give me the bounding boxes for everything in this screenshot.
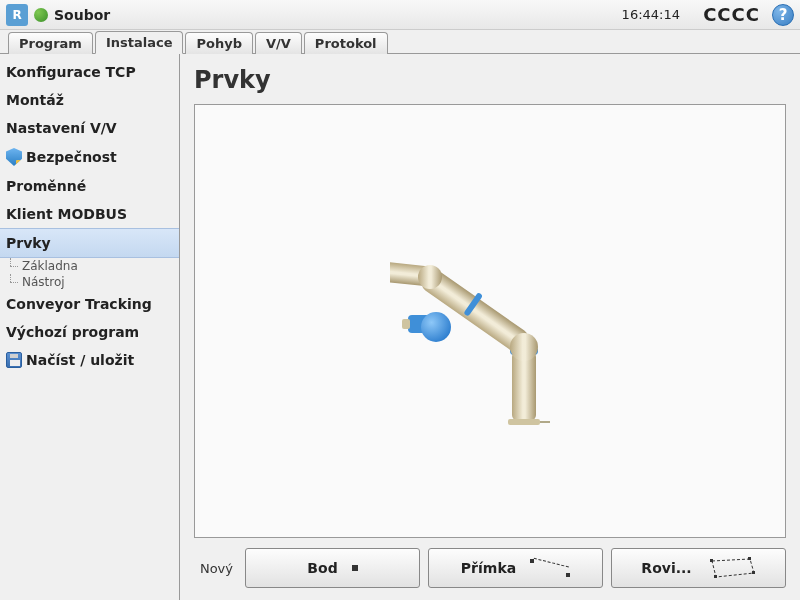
robot-arm-icon <box>390 201 590 441</box>
main-area: Konfigurace TCP Montáž Nastavení V/V Bez… <box>0 54 800 600</box>
file-menu[interactable]: Soubor <box>54 7 110 23</box>
sidebar-item-modbus[interactable]: Klient MODBUS <box>0 200 179 228</box>
sidebar-item-label: Načíst / uložit <box>26 352 134 368</box>
tab-pohyb[interactable]: Pohyb <box>185 32 253 54</box>
button-label: Bod <box>307 560 337 576</box>
svg-point-7 <box>418 265 442 289</box>
sidebar-item-montaz[interactable]: Montáž <box>0 86 179 114</box>
svg-rect-16 <box>714 575 717 578</box>
sidebar-item-label: Bezpečnost <box>26 149 117 165</box>
svg-rect-9 <box>402 319 410 329</box>
button-label: Přímka <box>461 560 516 576</box>
line-icon <box>530 560 570 576</box>
sidebar-item-promenne[interactable]: Proměnné <box>0 172 179 200</box>
sidebar-sub-zakladna[interactable]: Základna <box>0 258 179 274</box>
app-logo: R <box>6 4 28 26</box>
main-tabstrip: Program Instalace Pohyb V/V Protokol <box>0 30 800 54</box>
page-title: Prvky <box>194 66 786 94</box>
app-header: R Soubor 16:44:14 CCCC ? <box>0 0 800 30</box>
feature-button-row: Nový Bod Přímka Rovi... <box>194 548 786 588</box>
sidebar-item-nacist-ulozit[interactable]: Načíst / uložit <box>0 346 179 374</box>
disk-icon <box>6 352 22 368</box>
svg-marker-12 <box>712 559 754 577</box>
status-text: CCCC <box>703 4 760 25</box>
new-label: Nový <box>200 561 233 576</box>
svg-point-10 <box>421 312 451 342</box>
new-line-button[interactable]: Přímka <box>428 548 603 588</box>
plane-icon <box>706 557 756 579</box>
svg-rect-13 <box>710 559 713 562</box>
content-panel: Prvky <box>180 54 800 600</box>
svg-point-5 <box>510 333 538 361</box>
sidebar-item-tcp[interactable]: Konfigurace TCP <box>0 58 179 86</box>
shield-icon <box>6 148 22 166</box>
new-point-button[interactable]: Bod <box>245 548 420 588</box>
button-label: Rovi... <box>641 560 691 576</box>
sidebar-sub-nastroj[interactable]: Nástroj <box>0 274 179 290</box>
point-icon <box>352 565 358 571</box>
help-button[interactable]: ? <box>772 4 794 26</box>
svg-rect-2 <box>508 419 540 425</box>
sidebar-item-conveyor[interactable]: Conveyor Tracking <box>0 290 179 318</box>
sidebar: Konfigurace TCP Montáž Nastavení V/V Bez… <box>0 54 180 600</box>
sidebar-item-prvky[interactable]: Prvky <box>0 228 179 258</box>
sidebar-item-nastaveni-vv[interactable]: Nastavení V/V <box>0 114 179 142</box>
svg-rect-15 <box>752 571 755 574</box>
tab-protokol[interactable]: Protokol <box>304 32 388 54</box>
sidebar-item-bezpecnost[interactable]: Bezpečnost <box>0 142 179 172</box>
svg-rect-14 <box>748 557 751 560</box>
svg-rect-0 <box>512 351 536 421</box>
new-plane-button[interactable]: Rovi... <box>611 548 786 588</box>
tab-program[interactable]: Program <box>8 32 93 54</box>
robot-viewport[interactable] <box>194 104 786 538</box>
tab-instalace[interactable]: Instalace <box>95 31 184 54</box>
clock: 16:44:14 <box>622 7 680 22</box>
tab-vv[interactable]: V/V <box>255 32 302 54</box>
globe-icon <box>34 8 48 22</box>
sidebar-item-vychozi[interactable]: Výchozí program <box>0 318 179 346</box>
